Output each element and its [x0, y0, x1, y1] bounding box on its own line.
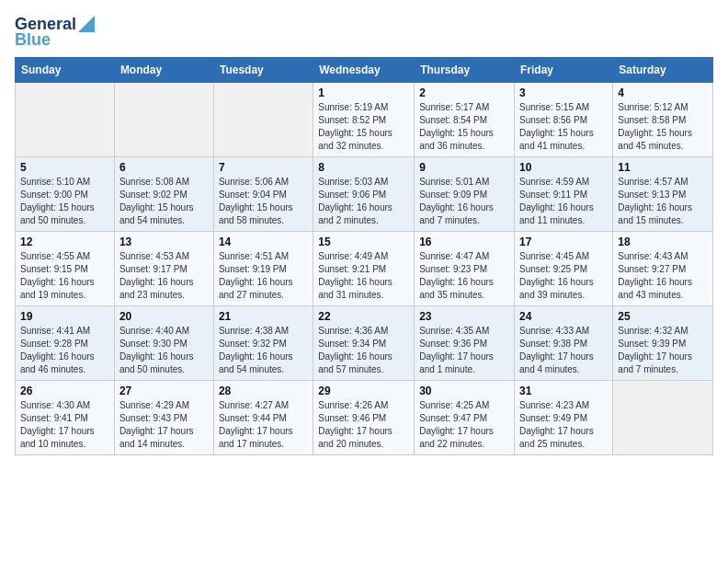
day-number: 12 [20, 236, 109, 248]
day-info: Sunrise: 4:29 AM Sunset: 9:43 PM Dayligh… [119, 399, 209, 451]
day-info: Sunrise: 4:38 AM Sunset: 9:32 PM Dayligh… [219, 325, 308, 376]
day-number: 18 [618, 236, 708, 248]
week-row-1: 1Sunrise: 5:19 AM Sunset: 8:52 PM Daylig… [16, 83, 713, 157]
day-number: 4 [618, 86, 708, 99]
day-info: Sunrise: 4:57 AM Sunset: 9:13 PM Dayligh… [618, 176, 708, 227]
header-cell-saturday: Saturday [613, 58, 713, 83]
day-cell: 1Sunrise: 5:19 AM Sunset: 8:52 PM Daylig… [313, 83, 415, 157]
day-info: Sunrise: 4:33 AM Sunset: 9:38 PM Dayligh… [519, 325, 608, 376]
day-number: 9 [419, 161, 509, 174]
logo-blue-text: Blue [15, 30, 51, 50]
day-info: Sunrise: 4:49 AM Sunset: 9:21 PM Dayligh… [318, 250, 409, 302]
day-cell: 16Sunrise: 4:47 AM Sunset: 9:23 PM Dayli… [415, 232, 515, 306]
day-cell: 11Sunrise: 4:57 AM Sunset: 9:13 PM Dayli… [613, 157, 713, 232]
day-cell: 24Sunrise: 4:33 AM Sunset: 9:38 PM Dayli… [515, 306, 613, 381]
day-info: Sunrise: 4:40 AM Sunset: 9:30 PM Dayligh… [119, 325, 209, 376]
day-cell: 22Sunrise: 4:36 AM Sunset: 9:34 PM Dayli… [313, 306, 415, 381]
day-cell: 13Sunrise: 4:53 AM Sunset: 9:17 PM Dayli… [114, 232, 213, 306]
day-cell: 9Sunrise: 5:01 AM Sunset: 9:09 PM Daylig… [415, 157, 515, 232]
day-cell: 10Sunrise: 4:59 AM Sunset: 9:11 PM Dayli… [515, 157, 613, 232]
day-info: Sunrise: 5:10 AM Sunset: 9:00 PM Dayligh… [20, 176, 109, 227]
week-row-4: 19Sunrise: 4:41 AM Sunset: 9:28 PM Dayli… [16, 306, 713, 381]
svg-marker-0 [78, 16, 95, 32]
day-number: 20 [119, 310, 209, 323]
day-info: Sunrise: 4:36 AM Sunset: 9:34 PM Dayligh… [318, 325, 409, 376]
day-info: Sunrise: 4:47 AM Sunset: 9:23 PM Dayligh… [419, 250, 509, 302]
logo: General Blue [15, 15, 95, 50]
day-cell: 15Sunrise: 4:49 AM Sunset: 9:21 PM Dayli… [313, 232, 415, 306]
day-info: Sunrise: 4:23 AM Sunset: 9:49 PM Dayligh… [519, 399, 608, 451]
day-number: 3 [519, 86, 608, 99]
day-cell: 28Sunrise: 4:27 AM Sunset: 9:44 PM Dayli… [213, 381, 313, 455]
header-row: SundayMondayTuesdayWednesdayThursdayFrid… [16, 58, 713, 83]
day-cell: 27Sunrise: 4:29 AM Sunset: 9:43 PM Dayli… [114, 381, 213, 455]
day-cell: 12Sunrise: 4:55 AM Sunset: 9:15 PM Dayli… [16, 232, 115, 306]
day-number: 15 [318, 236, 409, 248]
day-cell: 17Sunrise: 4:45 AM Sunset: 9:25 PM Dayli… [515, 232, 613, 306]
day-cell: 20Sunrise: 4:40 AM Sunset: 9:30 PM Dayli… [114, 306, 213, 381]
day-number: 13 [119, 236, 209, 248]
day-number: 17 [519, 236, 608, 248]
day-number: 21 [219, 310, 308, 323]
day-info: Sunrise: 5:12 AM Sunset: 8:58 PM Dayligh… [618, 101, 708, 153]
header-cell-sunday: Sunday [16, 58, 115, 83]
day-info: Sunrise: 4:32 AM Sunset: 9:39 PM Dayligh… [618, 325, 708, 376]
day-number: 16 [419, 236, 509, 248]
day-info: Sunrise: 5:03 AM Sunset: 9:06 PM Dayligh… [318, 176, 409, 227]
day-number: 29 [318, 385, 409, 397]
day-number: 6 [119, 161, 209, 174]
logo-triangle-icon [78, 16, 95, 32]
day-cell: 21Sunrise: 4:38 AM Sunset: 9:32 PM Dayli… [213, 306, 313, 381]
day-cell: 14Sunrise: 4:51 AM Sunset: 9:19 PM Dayli… [213, 232, 313, 306]
header-cell-tuesday: Tuesday [213, 58, 313, 83]
day-info: Sunrise: 4:26 AM Sunset: 9:46 PM Dayligh… [318, 399, 409, 451]
day-cell [613, 381, 713, 455]
day-number: 2 [419, 86, 509, 99]
day-info: Sunrise: 4:45 AM Sunset: 9:25 PM Dayligh… [519, 250, 608, 302]
day-cell: 8Sunrise: 5:03 AM Sunset: 9:06 PM Daylig… [313, 157, 415, 232]
day-number: 26 [20, 385, 109, 397]
day-cell: 31Sunrise: 4:23 AM Sunset: 9:49 PM Dayli… [515, 381, 613, 455]
day-info: Sunrise: 4:25 AM Sunset: 9:47 PM Dayligh… [419, 399, 509, 451]
day-info: Sunrise: 4:43 AM Sunset: 9:27 PM Dayligh… [618, 250, 708, 302]
day-info: Sunrise: 5:01 AM Sunset: 9:09 PM Dayligh… [419, 176, 509, 227]
day-cell: 6Sunrise: 5:08 AM Sunset: 9:02 PM Daylig… [114, 157, 213, 232]
day-number: 27 [119, 385, 209, 397]
day-info: Sunrise: 4:53 AM Sunset: 9:17 PM Dayligh… [119, 250, 209, 302]
day-number: 31 [519, 385, 608, 397]
day-info: Sunrise: 5:17 AM Sunset: 8:54 PM Dayligh… [419, 101, 509, 153]
day-cell: 29Sunrise: 4:26 AM Sunset: 9:46 PM Dayli… [313, 381, 415, 455]
day-cell: 23Sunrise: 4:35 AM Sunset: 9:36 PM Dayli… [415, 306, 515, 381]
day-info: Sunrise: 4:55 AM Sunset: 9:15 PM Dayligh… [20, 250, 109, 302]
header-cell-monday: Monday [114, 58, 213, 83]
day-cell: 7Sunrise: 5:06 AM Sunset: 9:04 PM Daylig… [213, 157, 313, 232]
day-number: 23 [419, 310, 509, 323]
day-cell: 3Sunrise: 5:15 AM Sunset: 8:56 PM Daylig… [515, 83, 613, 157]
page-header: General Blue [15, 15, 713, 50]
day-cell: 30Sunrise: 4:25 AM Sunset: 9:47 PM Dayli… [415, 381, 515, 455]
day-cell: 5Sunrise: 5:10 AM Sunset: 9:00 PM Daylig… [16, 157, 115, 232]
week-row-2: 5Sunrise: 5:10 AM Sunset: 9:00 PM Daylig… [16, 157, 713, 232]
day-number: 14 [219, 236, 308, 248]
day-info: Sunrise: 5:06 AM Sunset: 9:04 PM Dayligh… [219, 176, 308, 227]
header-cell-friday: Friday [515, 58, 613, 83]
day-number: 28 [219, 385, 308, 397]
day-cell: 25Sunrise: 4:32 AM Sunset: 9:39 PM Dayli… [613, 306, 713, 381]
day-cell: 18Sunrise: 4:43 AM Sunset: 9:27 PM Dayli… [613, 232, 713, 306]
day-number: 11 [618, 161, 708, 174]
day-number: 25 [618, 310, 708, 323]
day-cell [213, 83, 313, 157]
day-number: 24 [519, 310, 608, 323]
day-number: 30 [419, 385, 509, 397]
day-info: Sunrise: 4:30 AM Sunset: 9:41 PM Dayligh… [20, 399, 109, 451]
day-number: 5 [20, 161, 109, 174]
day-info: Sunrise: 5:08 AM Sunset: 9:02 PM Dayligh… [119, 176, 209, 227]
day-cell: 2Sunrise: 5:17 AM Sunset: 8:54 PM Daylig… [415, 83, 515, 157]
day-number: 19 [20, 310, 109, 323]
day-number: 7 [219, 161, 308, 174]
week-row-3: 12Sunrise: 4:55 AM Sunset: 9:15 PM Dayli… [16, 232, 713, 306]
day-info: Sunrise: 4:27 AM Sunset: 9:44 PM Dayligh… [219, 399, 308, 451]
day-cell: 19Sunrise: 4:41 AM Sunset: 9:28 PM Dayli… [16, 306, 115, 381]
day-number: 1 [318, 86, 409, 99]
day-info: Sunrise: 4:35 AM Sunset: 9:36 PM Dayligh… [419, 325, 509, 376]
